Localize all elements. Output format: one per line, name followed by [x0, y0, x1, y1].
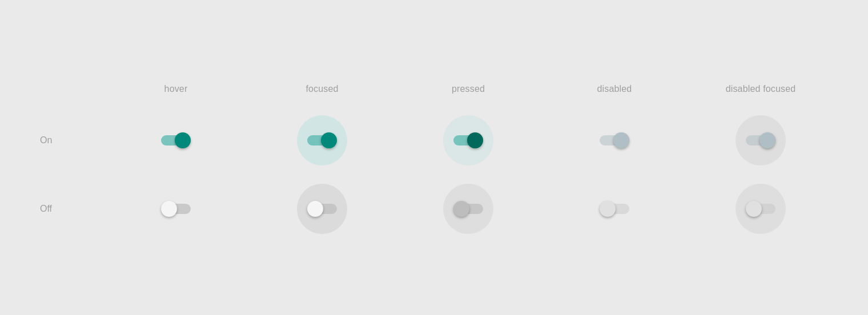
- toggle-on-disabled-focused: [746, 132, 775, 148]
- thumb: [746, 201, 762, 217]
- toggle-on-focused[interactable]: [307, 132, 337, 148]
- row-label-on: On: [34, 135, 52, 146]
- thumb: [161, 201, 177, 217]
- thumb: [453, 201, 469, 217]
- toggle-off-focused[interactable]: [307, 201, 337, 217]
- toggle-track-off-disabled: [600, 201, 629, 217]
- toggle-track-on-focused[interactable]: [307, 132, 337, 148]
- thumb: [613, 132, 629, 148]
- thumb: [307, 201, 323, 217]
- header-focused: focused: [306, 84, 338, 94]
- toggle-track-off-hover[interactable]: [161, 201, 191, 217]
- toggle-track-on-hover[interactable]: [161, 132, 191, 148]
- toggle-track-on-disabled-focused: [746, 132, 775, 148]
- toggle-on-hover[interactable]: [161, 132, 191, 148]
- toggle-on-disabled: [600, 132, 629, 148]
- thumb: [600, 201, 616, 217]
- toggle-track-off-pressed[interactable]: [453, 201, 483, 217]
- toggle-off-disabled: [600, 201, 629, 217]
- header-disabled: disabled: [597, 84, 632, 94]
- toggle-states-grid: hover focused pressed disabled disabled …: [34, 72, 834, 243]
- thumb: [467, 132, 483, 148]
- row-label-off: Off: [34, 204, 52, 214]
- toggle-track-off-focused[interactable]: [307, 201, 337, 217]
- toggle-track-on-disabled: [600, 132, 629, 148]
- toggle-on-pressed[interactable]: [453, 132, 483, 148]
- header-hover: hover: [164, 84, 188, 94]
- thumb: [321, 132, 337, 148]
- toggle-track-on-pressed[interactable]: [453, 132, 483, 148]
- toggle-off-pressed[interactable]: [453, 201, 483, 217]
- toggle-off-hover[interactable]: [161, 201, 191, 217]
- header-pressed: pressed: [452, 84, 485, 94]
- toggle-track-off-disabled-focused: [746, 201, 775, 217]
- toggle-off-disabled-focused: [746, 201, 775, 217]
- thumb: [760, 132, 775, 148]
- header-disabled-focused: disabled focused: [726, 84, 796, 94]
- thumb: [175, 132, 191, 148]
